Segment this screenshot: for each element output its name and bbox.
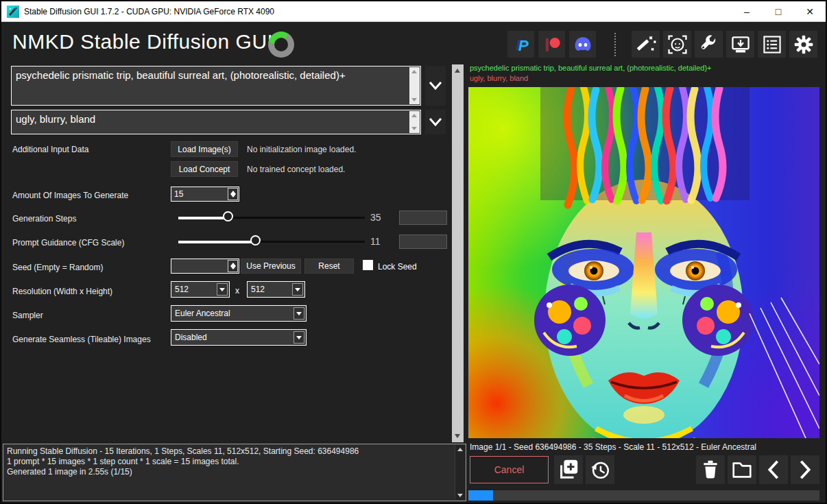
amount-value: 15	[174, 189, 183, 199]
toolbar	[632, 31, 817, 58]
log-line: Generated 1 image in 2.55s (1/15)	[7, 467, 451, 477]
log-scrollbar[interactable]	[455, 445, 465, 500]
width-dropdown[interactable]: 512	[171, 281, 230, 298]
paypal-button[interactable]: P P	[507, 31, 534, 58]
negative-prompt-scrollbar[interactable]	[409, 111, 420, 133]
wrench-icon	[698, 34, 720, 56]
lock-seed-checkbox[interactable]	[363, 260, 373, 270]
prompt-scrollbar[interactable]	[409, 67, 420, 104]
generated-image-preview[interactable]	[468, 87, 819, 438]
log-output[interactable]: Running Stable Diffusion - 15 Iterations…	[3, 444, 466, 501]
add-to-queue-button[interactable]	[554, 455, 583, 484]
gear-icon	[793, 34, 815, 56]
stepper-arrows[interactable]	[228, 260, 238, 272]
prompt-text: psychedelic prismatic trip, beautiful su…	[16, 69, 346, 81]
window-title: Stable Diffusion GUI 1.7.2 - CUDA GPU: N…	[24, 7, 274, 16]
steps-value: 35	[370, 212, 381, 223]
load-images-button[interactable]: Load Image(s)	[171, 141, 238, 157]
cfg-slider-knob[interactable]	[250, 235, 261, 245]
paypal-icon: P P	[511, 34, 531, 55]
cfg-label: Prompt Guidance (CFG Scale)	[12, 238, 124, 248]
stepper-arrows[interactable]	[228, 188, 238, 200]
app-title: NMKD Stable Diffusion GUI	[12, 30, 273, 53]
patreon-button[interactable]	[538, 31, 565, 58]
seed-stepper[interactable]	[171, 259, 239, 274]
additional-input-label: Additional Input Data	[12, 145, 88, 154]
cfg-slider[interactable]	[178, 235, 365, 248]
preview-negative-prompt: ugly, blurry, bland	[470, 74, 528, 82]
height-value: 512	[251, 285, 265, 294]
sampler-dropdown[interactable]: Euler Ancestral	[171, 305, 307, 322]
sampler-label: Sampler	[12, 311, 43, 320]
seamless-dropdown[interactable]: Disabled	[171, 329, 307, 346]
seamless-value: Disabled	[175, 333, 207, 342]
chevron-right-icon	[795, 458, 815, 481]
load-concept-button[interactable]: Load Concept	[171, 161, 238, 177]
resolution-separator: x	[235, 286, 239, 296]
prompt-expand-button[interactable]	[425, 66, 446, 106]
next-image-button[interactable]	[791, 455, 819, 484]
delete-image-button[interactable]	[696, 455, 725, 484]
negative-prompt-expand-button[interactable]	[425, 110, 446, 134]
window-controls: – □ ✕	[731, 1, 826, 21]
patreon-icon	[542, 34, 562, 55]
amount-label: Amount Of Images To Generate	[12, 191, 128, 200]
app-window: Stable Diffusion GUI 1.7.2 - CUDA GPU: N…	[0, 0, 827, 504]
log-line: 1 prompt * 15 images * 1 step count * 1 …	[7, 457, 451, 467]
width-value: 512	[175, 285, 189, 294]
height-dropdown[interactable]: 512	[247, 281, 305, 298]
maximize-button[interactable]: □	[763, 1, 794, 21]
settings-button[interactable]	[789, 31, 817, 58]
social-links: P P	[507, 31, 596, 58]
concept-status: No trained concept loaded.	[247, 165, 345, 174]
init-image-status: No initialization image loaded.	[247, 145, 356, 154]
cancel-button[interactable]: Cancel	[470, 456, 549, 483]
batch-progress-fill	[468, 490, 493, 501]
post-processing-button[interactable]	[632, 31, 660, 58]
reset-button[interactable]: Reset	[304, 259, 354, 274]
sampler-value: Euler Ancestral	[175, 309, 230, 318]
batch-progress-bar	[468, 490, 819, 501]
amount-stepper[interactable]: 15	[171, 187, 239, 202]
open-folder-button[interactable]	[728, 455, 756, 484]
trash-icon	[699, 459, 721, 481]
app-icon	[7, 5, 19, 18]
log-line: Running Stable Diffusion - 15 Iterations…	[7, 446, 451, 457]
previous-image-button[interactable]	[759, 455, 788, 484]
dropdown-arrow-icon[interactable]	[217, 283, 228, 296]
svg-text:P: P	[518, 37, 529, 54]
dropdown-arrow-icon[interactable]	[292, 283, 303, 296]
magic-wand-icon	[635, 34, 657, 56]
chevron-down-icon	[429, 117, 442, 127]
negative-prompt-input[interactable]: ugly, blurry, bland	[11, 110, 421, 134]
developer-tools-button[interactable]	[695, 31, 723, 58]
seamless-label: Generate Seamless (Tileable) Images	[12, 335, 151, 344]
cfg-value: 11	[370, 236, 381, 247]
seed-label: Seed (Empty = Random)	[12, 263, 103, 272]
face-restoration-button[interactable]	[663, 31, 691, 58]
add-to-queue-icon	[557, 458, 580, 481]
minimize-button[interactable]: –	[731, 1, 763, 21]
history-button[interactable]	[586, 455, 614, 484]
chevron-left-icon	[763, 458, 784, 481]
steps-slider[interactable]	[178, 211, 365, 224]
discord-icon	[572, 34, 594, 56]
history-icon	[588, 458, 612, 481]
resolution-label: Resolution (Width x Height)	[12, 287, 112, 296]
chevron-down-icon	[429, 81, 442, 91]
cfg-textbox[interactable]	[399, 235, 447, 249]
preview-positive-prompt: psychedelic prismatic trip, beautiful su…	[470, 64, 711, 72]
queue-list-button[interactable]	[758, 31, 786, 58]
steps-slider-knob[interactable]	[223, 211, 233, 221]
dropdown-arrow-icon[interactable]	[293, 307, 304, 320]
model-download-button[interactable]	[726, 31, 754, 58]
title-bar: Stable Diffusion GUI 1.7.2 - CUDA GPU: N…	[1, 1, 826, 22]
close-button[interactable]: ✕	[794, 1, 826, 21]
dropdown-arrow-icon[interactable]	[293, 331, 304, 344]
prompt-input[interactable]: psychedelic prismatic trip, beautiful su…	[11, 66, 421, 106]
image-caption: Image 1/1 - Seed 636494986 - 35 Steps - …	[470, 442, 756, 452]
steps-textbox[interactable]	[399, 211, 447, 225]
use-previous-button[interactable]: Use Previous	[241, 259, 301, 274]
discord-button[interactable]	[569, 31, 596, 58]
settings-scrollbar[interactable]	[452, 64, 464, 442]
